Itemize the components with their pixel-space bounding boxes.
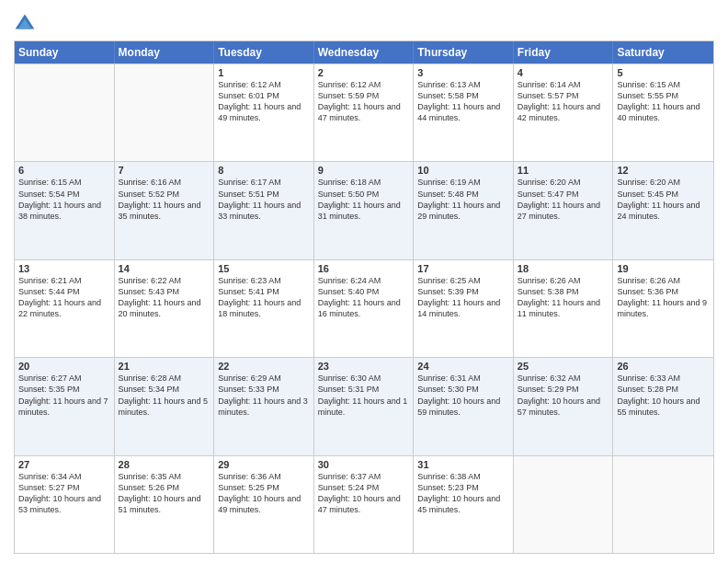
cell-info: Sunrise: 6:15 AMSunset: 5:54 PMDaylight:… — [18, 178, 101, 220]
calendar-week-1: 1Sunrise: 6:12 AMSunset: 6:01 PMDaylight… — [15, 63, 713, 161]
calendar-cell: 20Sunrise: 6:27 AMSunset: 5:35 PMDayligh… — [15, 358, 115, 454]
calendar-cell: 15Sunrise: 6:23 AMSunset: 5:41 PMDayligh… — [214, 260, 314, 357]
day-number: 21 — [119, 361, 210, 372]
day-number: 12 — [617, 165, 710, 176]
calendar-cell — [15, 64, 115, 161]
day-number: 17 — [417, 263, 509, 274]
calendar-cell: 13Sunrise: 6:21 AMSunset: 5:44 PMDayligh… — [15, 260, 115, 357]
day-number: 26 — [617, 361, 710, 372]
calendar-cell: 4Sunrise: 6:14 AMSunset: 5:57 PMDaylight… — [514, 64, 614, 161]
calendar-cell — [613, 456, 713, 553]
day-number: 11 — [518, 165, 609, 176]
calendar-cell: 29Sunrise: 6:36 AMSunset: 5:25 PMDayligh… — [214, 456, 314, 553]
calendar-cell: 5Sunrise: 6:15 AMSunset: 5:55 PMDaylight… — [613, 64, 713, 161]
calendar-cell: 21Sunrise: 6:28 AMSunset: 5:34 PMDayligh… — [115, 358, 215, 454]
day-number: 3 — [417, 67, 509, 78]
header-cell-saturday: Saturday — [613, 41, 713, 63]
cell-info: Sunrise: 6:31 AMSunset: 5:30 PMDaylight:… — [417, 373, 500, 416]
header — [14, 9, 714, 35]
cell-info: Sunrise: 6:33 AMSunset: 5:28 PMDaylight:… — [617, 373, 700, 416]
day-number: 30 — [318, 459, 410, 470]
day-number: 25 — [518, 361, 609, 372]
cell-info: Sunrise: 6:25 AMSunset: 5:39 PMDaylight:… — [417, 276, 500, 318]
day-number: 20 — [18, 361, 110, 372]
day-number: 22 — [218, 361, 310, 372]
calendar-cell: 2Sunrise: 6:12 AMSunset: 5:59 PMDaylight… — [314, 64, 415, 161]
cell-info: Sunrise: 6:16 AMSunset: 5:52 PMDaylight:… — [119, 178, 201, 220]
day-number: 8 — [218, 165, 310, 176]
calendar-week-2: 6Sunrise: 6:15 AMSunset: 5:54 PMDaylight… — [15, 161, 713, 259]
day-number: 6 — [18, 165, 110, 176]
calendar-cell: 27Sunrise: 6:34 AMSunset: 5:27 PMDayligh… — [15, 456, 115, 553]
cell-info: Sunrise: 6:18 AMSunset: 5:50 PMDaylight:… — [318, 178, 401, 220]
calendar-cell: 31Sunrise: 6:38 AMSunset: 5:23 PMDayligh… — [414, 456, 514, 553]
page: SundayMondayTuesdayWednesdayThursdayFrid… — [0, 0, 728, 563]
day-number: 18 — [518, 263, 609, 274]
cell-info: Sunrise: 6:14 AMSunset: 5:57 PMDaylight:… — [518, 80, 600, 122]
calendar-cell: 12Sunrise: 6:20 AMSunset: 5:45 PMDayligh… — [613, 162, 713, 259]
calendar-header-row: SundayMondayTuesdayWednesdayThursdayFrid… — [15, 41, 713, 63]
cell-info: Sunrise: 6:27 AMSunset: 5:35 PMDaylight:… — [18, 373, 108, 416]
calendar-cell: 8Sunrise: 6:17 AMSunset: 5:51 PMDaylight… — [214, 162, 314, 259]
cell-info: Sunrise: 6:26 AMSunset: 5:36 PMDaylight:… — [617, 276, 707, 318]
calendar-cell — [514, 456, 614, 553]
calendar-cell: 30Sunrise: 6:37 AMSunset: 5:24 PMDayligh… — [314, 456, 415, 553]
calendar-cell: 14Sunrise: 6:22 AMSunset: 5:43 PMDayligh… — [115, 260, 215, 357]
calendar-cell: 11Sunrise: 6:20 AMSunset: 5:47 PMDayligh… — [514, 162, 614, 259]
day-number: 16 — [318, 263, 410, 274]
calendar-cell: 22Sunrise: 6:29 AMSunset: 5:33 PMDayligh… — [214, 358, 314, 454]
calendar-body: 1Sunrise: 6:12 AMSunset: 6:01 PMDaylight… — [15, 63, 713, 553]
day-number: 4 — [518, 67, 609, 78]
calendar-cell: 3Sunrise: 6:13 AMSunset: 5:58 PMDaylight… — [414, 64, 514, 161]
day-number: 9 — [318, 165, 410, 176]
day-number: 19 — [617, 263, 710, 274]
cell-info: Sunrise: 6:28 AMSunset: 5:34 PMDaylight:… — [119, 373, 209, 416]
calendar-cell: 23Sunrise: 6:30 AMSunset: 5:31 PMDayligh… — [314, 358, 415, 454]
cell-info: Sunrise: 6:38 AMSunset: 5:23 PMDaylight:… — [417, 472, 500, 514]
cell-info: Sunrise: 6:23 AMSunset: 5:41 PMDaylight:… — [218, 276, 301, 318]
cell-info: Sunrise: 6:12 AMSunset: 6:01 PMDaylight:… — [218, 80, 301, 122]
calendar-cell: 7Sunrise: 6:16 AMSunset: 5:52 PMDaylight… — [115, 162, 215, 259]
calendar-cell: 19Sunrise: 6:26 AMSunset: 5:36 PMDayligh… — [613, 260, 713, 357]
cell-info: Sunrise: 6:20 AMSunset: 5:47 PMDaylight:… — [518, 178, 600, 220]
calendar-cell: 1Sunrise: 6:12 AMSunset: 6:01 PMDaylight… — [214, 64, 314, 161]
cell-info: Sunrise: 6:36 AMSunset: 5:25 PMDaylight:… — [218, 472, 301, 514]
cell-info: Sunrise: 6:22 AMSunset: 5:43 PMDaylight:… — [119, 276, 201, 318]
calendar-cell: 10Sunrise: 6:19 AMSunset: 5:48 PMDayligh… — [414, 162, 514, 259]
calendar-cell: 9Sunrise: 6:18 AMSunset: 5:50 PMDaylight… — [314, 162, 415, 259]
cell-info: Sunrise: 6:20 AMSunset: 5:45 PMDaylight:… — [617, 178, 700, 220]
day-number: 5 — [617, 67, 710, 78]
calendar-cell: 25Sunrise: 6:32 AMSunset: 5:29 PMDayligh… — [514, 358, 614, 454]
cell-info: Sunrise: 6:26 AMSunset: 5:38 PMDaylight:… — [518, 276, 600, 318]
cell-info: Sunrise: 6:13 AMSunset: 5:58 PMDaylight:… — [417, 80, 500, 122]
cell-info: Sunrise: 6:24 AMSunset: 5:40 PMDaylight:… — [318, 276, 401, 318]
cell-info: Sunrise: 6:34 AMSunset: 5:27 PMDaylight:… — [18, 472, 101, 514]
calendar-week-5: 27Sunrise: 6:34 AMSunset: 5:27 PMDayligh… — [15, 455, 713, 553]
cell-info: Sunrise: 6:17 AMSunset: 5:51 PMDaylight:… — [218, 178, 301, 220]
header-cell-tuesday: Tuesday — [214, 41, 314, 63]
cell-info: Sunrise: 6:12 AMSunset: 5:59 PMDaylight:… — [318, 80, 401, 122]
calendar-cell: 18Sunrise: 6:26 AMSunset: 5:38 PMDayligh… — [514, 260, 614, 357]
cell-info: Sunrise: 6:35 AMSunset: 5:26 PMDaylight:… — [119, 472, 201, 514]
calendar-week-3: 13Sunrise: 6:21 AMSunset: 5:44 PMDayligh… — [15, 259, 713, 357]
cell-info: Sunrise: 6:19 AMSunset: 5:48 PMDaylight:… — [417, 178, 500, 220]
header-cell-monday: Monday — [115, 41, 215, 63]
day-number: 7 — [119, 165, 210, 176]
header-cell-wednesday: Wednesday — [314, 41, 415, 63]
header-cell-friday: Friday — [514, 41, 614, 63]
cell-info: Sunrise: 6:15 AMSunset: 5:55 PMDaylight:… — [617, 80, 700, 122]
day-number: 13 — [18, 263, 110, 274]
calendar-cell: 26Sunrise: 6:33 AMSunset: 5:28 PMDayligh… — [613, 358, 713, 454]
logo — [14, 13, 40, 35]
calendar-week-4: 20Sunrise: 6:27 AMSunset: 5:35 PMDayligh… — [15, 357, 713, 454]
calendar-cell: 24Sunrise: 6:31 AMSunset: 5:30 PMDayligh… — [414, 358, 514, 454]
day-number: 27 — [18, 459, 110, 470]
day-number: 31 — [417, 459, 509, 470]
calendar-cell: 28Sunrise: 6:35 AMSunset: 5:26 PMDayligh… — [115, 456, 215, 553]
cell-info: Sunrise: 6:30 AMSunset: 5:31 PMDaylight:… — [318, 373, 408, 416]
calendar-cell: 17Sunrise: 6:25 AMSunset: 5:39 PMDayligh… — [414, 260, 514, 357]
day-number: 10 — [417, 165, 509, 176]
calendar-cell: 16Sunrise: 6:24 AMSunset: 5:40 PMDayligh… — [314, 260, 415, 357]
calendar: SundayMondayTuesdayWednesdayThursdayFrid… — [14, 40, 714, 554]
day-number: 1 — [218, 67, 310, 78]
